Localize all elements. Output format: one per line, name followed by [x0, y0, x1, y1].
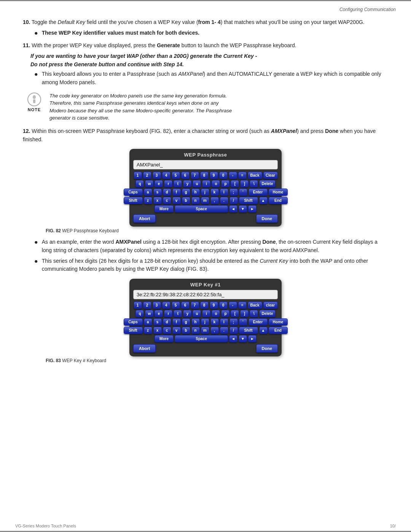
key-0[interactable]: 0 [219, 172, 228, 179]
key-h[interactable]: h [191, 189, 200, 196]
key2-e[interactable]: e [155, 310, 163, 317]
key2-period[interactable]: . [220, 327, 228, 334]
key2-equals[interactable]: = [238, 302, 247, 309]
key2-l[interactable]: l [220, 318, 228, 326]
key2-more[interactable]: More [155, 335, 174, 342]
key-6[interactable]: 6 [181, 172, 190, 179]
key2-a[interactable]: a [144, 318, 152, 326]
key2-z[interactable]: z [144, 327, 152, 334]
key2-quote[interactable]: ' [239, 318, 247, 326]
key2-9[interactable]: 9 [210, 302, 218, 309]
key2-c[interactable]: c [163, 327, 171, 334]
key2-end[interactable]: End [269, 327, 288, 334]
key2-t[interactable]: t [174, 310, 182, 317]
key-t[interactable]: t [174, 180, 182, 187]
key2-v[interactable]: v [172, 327, 181, 334]
key2-clear[interactable]: clear [263, 302, 278, 309]
key-enter-1[interactable]: Enter [249, 189, 268, 196]
key2-0[interactable]: 0 [219, 302, 228, 309]
key-l[interactable]: l [220, 189, 228, 196]
keyboard1-input[interactable]: AMXPanel_ [133, 160, 278, 169]
key-m[interactable]: m [201, 197, 209, 204]
key2-enter[interactable]: Enter [249, 318, 268, 326]
key2-w[interactable]: w [145, 310, 153, 317]
key-o[interactable]: o [212, 180, 220, 187]
key2-u[interactable]: u [193, 310, 201, 317]
key2-back[interactable]: Back [248, 302, 262, 309]
key2-s[interactable]: s [153, 318, 162, 326]
key2-j[interactable]: j [201, 318, 209, 326]
key2-3[interactable]: 3 [153, 302, 161, 309]
key-2[interactable]: 2 [143, 172, 151, 179]
key2-q[interactable]: q [135, 310, 144, 317]
key2-semicolon[interactable]: ; [229, 318, 238, 326]
key-caps-1[interactable]: Caps [124, 189, 143, 196]
key2-h[interactable]: h [191, 318, 200, 326]
key-n[interactable]: n [191, 197, 200, 204]
key2-x[interactable]: x [153, 327, 162, 334]
key2-2[interactable]: 2 [143, 302, 151, 309]
key2-i[interactable]: i [202, 310, 210, 317]
key2-4[interactable]: 4 [162, 302, 170, 309]
key-c[interactable]: c [163, 197, 171, 204]
key2-m[interactable]: m [201, 327, 209, 334]
key2-1[interactable]: 1 [134, 302, 142, 309]
key-clear-1[interactable]: Clear [263, 172, 278, 179]
key-b[interactable]: b [182, 197, 190, 204]
key-k[interactable]: k [210, 189, 219, 196]
key2-home[interactable]: Home [269, 318, 288, 326]
key-delete-1[interactable]: Delete [259, 180, 275, 187]
key2-o[interactable]: o [212, 310, 220, 317]
key-v[interactable]: v [172, 197, 181, 204]
key2-6[interactable]: 6 [181, 302, 190, 309]
key-d[interactable]: d [163, 189, 171, 196]
key-3[interactable]: 3 [153, 172, 161, 179]
key-minus[interactable]: - [229, 172, 237, 179]
key-j[interactable]: j [201, 189, 209, 196]
key2-comma[interactable]: , [210, 327, 219, 334]
key-rbracket[interactable]: ] [240, 180, 249, 187]
key-back[interactable]: Back [248, 172, 262, 179]
key-left-1[interactable]: ◄ [229, 205, 237, 212]
key2-r[interactable]: r [164, 310, 172, 317]
keyboard2-done-button[interactable]: Done [256, 344, 278, 353]
key-7[interactable]: 7 [191, 172, 199, 179]
key2-p[interactable]: p [221, 310, 229, 317]
key2-delete[interactable]: Delete [259, 310, 275, 317]
key2-space[interactable]: Space [175, 335, 228, 342]
key-1[interactable]: 1 [134, 172, 142, 179]
key2-shift-right[interactable]: Shift [239, 327, 258, 334]
key-shift-right-1[interactable]: Shift [239, 197, 258, 204]
keyboard1-abort-button[interactable]: Abort [133, 214, 156, 223]
key2-slash[interactable]: / [229, 327, 238, 334]
key-comma[interactable]: , [210, 197, 219, 204]
key2-rbracket[interactable]: ] [240, 310, 249, 317]
key-end-1[interactable]: End [269, 197, 288, 204]
key2-backslash[interactable]: \ [250, 310, 258, 317]
key-g[interactable]: g [182, 189, 190, 196]
key-down-1[interactable]: ▼ [239, 205, 247, 212]
key-equals[interactable]: = [238, 172, 247, 179]
key-f[interactable]: f [172, 189, 181, 196]
key-9[interactable]: 9 [210, 172, 218, 179]
key2-up[interactable]: ▲ [259, 327, 268, 334]
keyboard2-abort-button[interactable]: Abort [133, 344, 156, 353]
key-up-1[interactable]: ▲ [259, 197, 268, 204]
key2-f[interactable]: f [172, 318, 181, 326]
key-5[interactable]: 5 [172, 172, 180, 179]
key2-d[interactable]: d [163, 318, 171, 326]
key-8[interactable]: 8 [200, 172, 209, 179]
key-r[interactable]: r [164, 180, 172, 187]
key2-lbracket[interactable]: [ [231, 310, 239, 317]
key2-right[interactable]: ► [248, 335, 256, 342]
key-lbracket[interactable]: [ [231, 180, 239, 187]
key-x[interactable]: x [153, 197, 162, 204]
key-period[interactable]: . [220, 197, 228, 204]
key-u[interactable]: u [193, 180, 201, 187]
key-semicolon[interactable]: ; [229, 189, 238, 196]
keyboard1-done-button[interactable]: Done [256, 214, 278, 223]
key2-g[interactable]: g [182, 318, 190, 326]
key2-down[interactable]: ▼ [239, 335, 247, 342]
key-backslash[interactable]: \ [250, 180, 258, 187]
key2-k[interactable]: k [210, 318, 219, 326]
